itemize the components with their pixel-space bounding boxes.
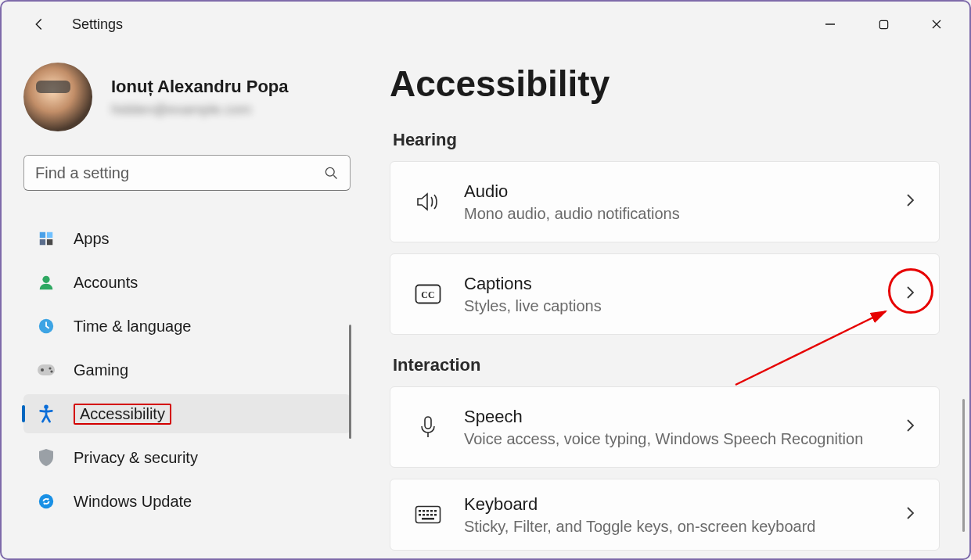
- settings-card-captions[interactable]: CC Captions Styles, live captions: [390, 253, 940, 335]
- main-panel: Accessibility Hearing Audio Mono audio, …: [361, 47, 969, 560]
- arrow-left-icon: [31, 16, 48, 33]
- svg-rect-4: [40, 239, 45, 245]
- audio-icon: [414, 191, 442, 213]
- settings-card-keyboard[interactable]: Keyboard Sticky, Filter, and Toggle keys…: [390, 479, 940, 551]
- main-scrollbar[interactable]: [962, 399, 965, 532]
- person-icon: [36, 272, 56, 293]
- svg-rect-2: [40, 232, 45, 238]
- svg-text:CC: CC: [421, 289, 434, 300]
- minimize-button[interactable]: [819, 13, 841, 35]
- settings-card-audio[interactable]: Audio Mono audio, audio notifications: [390, 161, 940, 242]
- section-heading-interaction: Interaction: [393, 355, 940, 375]
- card-subtitle: Sticky, Filter, and Toggle keys, on-scre…: [464, 518, 815, 536]
- maximize-icon: [878, 19, 890, 31]
- sidebar-item-time-language[interactable]: Time & language: [23, 307, 351, 346]
- window-controls: [819, 13, 954, 35]
- apps-icon: [36, 228, 56, 249]
- svg-point-11: [50, 370, 52, 372]
- update-icon: [36, 491, 56, 512]
- card-title: Keyboard: [464, 494, 815, 515]
- app-title: Settings: [72, 16, 123, 33]
- svg-rect-5: [47, 239, 52, 245]
- user-profile[interactable]: Ionuț Alexandru Popa hidden@example.com: [23, 63, 351, 131]
- gamepad-icon: [36, 360, 56, 380]
- back-button[interactable]: [23, 9, 55, 40]
- svg-rect-3: [47, 232, 52, 238]
- chevron-right-icon: [904, 418, 915, 436]
- sidebar-item-accessibility[interactable]: Accessibility: [23, 394, 351, 433]
- nav-list: Apps Accounts Time & language Gaming: [23, 214, 351, 526]
- svg-point-9: [41, 368, 44, 372]
- page-title: Accessibility: [390, 63, 940, 105]
- sidebar-item-label: Privacy & security: [74, 449, 198, 467]
- user-email: hidden@example.com: [111, 102, 289, 118]
- sidebar-scrollbar[interactable]: [349, 325, 351, 439]
- svg-rect-23: [419, 514, 421, 516]
- sidebar-item-gaming[interactable]: Gaming: [23, 350, 351, 389]
- sidebar-item-apps[interactable]: Apps: [23, 219, 351, 258]
- svg-rect-0: [879, 20, 887, 28]
- chevron-right-icon: [904, 192, 915, 211]
- svg-rect-28: [422, 518, 434, 520]
- sidebar-item-privacy-security[interactable]: Privacy & security: [23, 438, 351, 477]
- close-button[interactable]: [926, 13, 948, 35]
- shield-icon: [36, 447, 56, 468]
- sidebar-item-windows-update[interactable]: Windows Update: [23, 482, 351, 521]
- svg-point-10: [49, 367, 51, 369]
- svg-rect-18: [419, 510, 421, 512]
- chevron-right-icon: [904, 505, 915, 524]
- svg-rect-16: [425, 417, 431, 429]
- svg-rect-21: [430, 510, 433, 512]
- sidebar: Ionuț Alexandru Popa hidden@example.com …: [2, 47, 361, 560]
- svg-rect-8: [38, 364, 55, 375]
- sidebar-item-label: Gaming: [74, 361, 128, 379]
- card-title: Speech: [464, 407, 863, 427]
- accessibility-icon: [36, 404, 56, 424]
- search-input[interactable]: [35, 164, 323, 182]
- search-icon: [323, 165, 339, 181]
- sidebar-item-label: Windows Update: [74, 493, 192, 511]
- svg-rect-22: [434, 510, 437, 512]
- card-subtitle: Voice access, voice typing, Windows Spee…: [464, 430, 863, 448]
- svg-rect-19: [423, 510, 425, 512]
- svg-rect-27: [434, 514, 437, 516]
- avatar: [23, 63, 92, 131]
- card-title: Captions: [464, 274, 602, 294]
- mic-icon: [414, 415, 442, 439]
- svg-point-13: [39, 494, 53, 508]
- sidebar-item-accounts[interactable]: Accounts: [23, 263, 351, 302]
- svg-rect-25: [426, 514, 429, 516]
- svg-rect-26: [430, 514, 433, 516]
- cc-icon: CC: [414, 284, 442, 304]
- chevron-right-icon: [904, 285, 915, 303]
- minimize-icon: [824, 18, 836, 31]
- section-heading-hearing: Hearing: [393, 130, 940, 150]
- svg-rect-20: [426, 510, 429, 512]
- keyboard-icon: [414, 505, 442, 524]
- search-box[interactable]: [23, 155, 351, 191]
- svg-point-1: [325, 167, 334, 176]
- sidebar-item-label: Accounts: [74, 274, 138, 292]
- sidebar-item-label: Apps: [74, 230, 110, 248]
- maximize-button[interactable]: [872, 13, 894, 35]
- settings-card-speech[interactable]: Speech Voice access, voice typing, Windo…: [390, 386, 940, 468]
- card-subtitle: Styles, live captions: [464, 297, 602, 315]
- user-name: Ionuț Alexandru Popa: [111, 77, 289, 97]
- sidebar-item-label: Accessibility: [74, 404, 171, 425]
- card-subtitle: Mono audio, audio notifications: [464, 205, 680, 223]
- titlebar: Settings: [2, 2, 969, 47]
- close-icon: [930, 18, 943, 31]
- clock-icon: [36, 316, 56, 336]
- sidebar-item-label: Time & language: [74, 318, 191, 336]
- card-title: Audio: [464, 181, 680, 202]
- svg-rect-24: [423, 514, 425, 516]
- svg-point-6: [42, 276, 49, 283]
